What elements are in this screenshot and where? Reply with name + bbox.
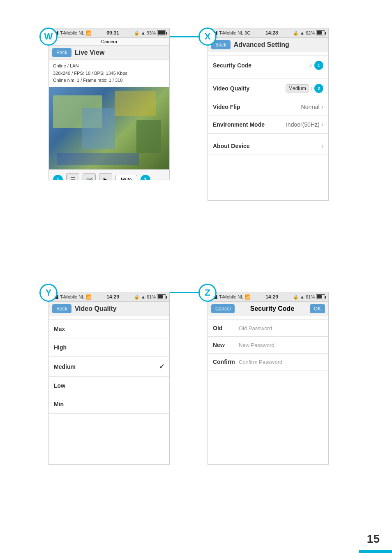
nav-title-w: Live View <box>75 49 105 56</box>
confirm-label: Confirm <box>213 359 235 365</box>
nav-bar-x: Back Advanced Setting <box>208 38 328 52</box>
signal2-z: ▲ <box>300 294 304 299</box>
num1-badge-x: 1 <box>314 61 323 70</box>
settings-icon-w[interactable]: ☰ <box>66 173 79 180</box>
status-right-x: 🔒 ▲ 62% <box>293 30 325 36</box>
live-video-w <box>49 87 169 169</box>
video-quality-val: Medium <box>286 84 309 93</box>
camera-icon-w[interactable]: 📷 <box>83 173 96 180</box>
signal2-w: ▲ <box>141 30 145 35</box>
status-left-x: T-Mobile NL 3G <box>211 30 251 35</box>
security-nav-z: Cancel Security Code OK <box>208 302 328 316</box>
video-quality-row[interactable]: Video Quality Medium › 2 <box>208 79 328 98</box>
carrier-z: T-Mobile NL <box>219 294 243 299</box>
quality-medium[interactable]: Medium ✓ <box>49 357 169 377</box>
em-chevron: › <box>321 121 323 128</box>
screen-w: T-Mobile NL 📶 09:31 🔒 ▲ 93% Camera Back … <box>48 28 170 180</box>
z-badge: Z <box>198 284 217 302</box>
env-mode-label: Environment Mode <box>213 121 265 128</box>
carrier-w: T-Mobile NL <box>60 30 84 35</box>
wifi-y: 📶 <box>86 294 92 300</box>
carrier-x: T-Mobile NL 3G <box>219 30 251 35</box>
lock-icon-x: 🔒 <box>293 30 299 36</box>
status-bar-z: T-Mobile NL 📶 14:29 🔒 ▲ 61% <box>208 292 328 302</box>
x-badge: X <box>198 28 217 46</box>
num2-badge-x: 2 <box>314 84 323 93</box>
back-button-w[interactable]: Back <box>52 48 71 57</box>
status-bar-x: T-Mobile NL 3G 14:28 🔒 ▲ 62% <box>208 28 328 38</box>
battery-pct-y: 61% <box>147 294 156 299</box>
nav-bar-w: Back Live View <box>49 46 169 60</box>
video-flip-row[interactable]: Video Flip Normal › <box>208 98 328 116</box>
battery-pct-x: 62% <box>306 30 315 35</box>
quality-min[interactable]: Min <box>49 395 169 414</box>
page-number-bar <box>359 550 392 553</box>
y-badge: Y <box>39 284 58 302</box>
security-code-label: Security Code <box>213 62 251 69</box>
lock-icon-y: 🔒 <box>134 294 140 300</box>
status-left-z: T-Mobile NL 📶 <box>211 294 251 300</box>
vq-chevron: › <box>311 85 313 92</box>
video-flip-label: Video Flip <box>213 104 240 110</box>
quality-max[interactable]: Max <box>49 319 169 338</box>
status-bar-w: T-Mobile NL 📶 09:31 🔒 ▲ 93% <box>49 28 169 38</box>
about-device-row[interactable]: About Device › <box>208 137 328 155</box>
checkmark-medium: ✓ <box>159 363 164 370</box>
camera-label-w: Camera <box>49 38 169 46</box>
signal2-x: ▲ <box>300 30 304 35</box>
carrier-y: T-Mobile NL <box>60 294 84 299</box>
screen-z: T-Mobile NL 📶 14:29 🔒 ▲ 61% Cancel Secur… <box>208 292 329 465</box>
bottom-controls-w: 1 ☰ 📷 ▶ Mute 2 <box>49 169 169 180</box>
new-label: New <box>213 342 235 348</box>
wifi-z: 📶 <box>245 294 251 300</box>
old-password-field[interactable]: Old Old Password <box>208 319 328 337</box>
info-w: Online / LAN 320x240 / FPS: 10 / BPS: 13… <box>49 60 169 87</box>
nav-title-z: Security Code <box>238 305 306 312</box>
battery-pct-w: 93% <box>147 30 156 35</box>
time-y: 14:29 <box>106 294 119 300</box>
back-button-y[interactable]: Back <box>52 304 71 313</box>
vf-chevron: › <box>321 103 323 111</box>
new-placeholder: New Password <box>239 342 274 348</box>
screen-x: T-Mobile NL 3G 14:28 🔒 ▲ 62% Back Advanc… <box>208 28 329 201</box>
signal2-y: ▲ <box>141 294 145 299</box>
video-flip-val: Normal <box>301 104 320 110</box>
play-icon-w[interactable]: ▶ <box>99 173 112 180</box>
env-mode-val: Indoor(50Hz) <box>286 121 320 128</box>
screen-y: T-Mobile NL 📶 14:29 🔒 ▲ 61% Back Video Q… <box>48 292 170 465</box>
status-right-w: 🔒 ▲ 93% <box>134 30 166 36</box>
about-device-label: About Device <box>213 143 249 149</box>
battery-pct-z: 61% <box>306 294 315 299</box>
lock-icon-z: 🔒 <box>293 294 299 300</box>
status-bar-y: T-Mobile NL 📶 14:29 🔒 ▲ 61% <box>49 292 169 302</box>
time-z: 14:29 <box>265 294 278 300</box>
time-w: 09:31 <box>106 30 119 36</box>
nav-bar-y: Back Video Quality <box>49 302 169 316</box>
confirm-placeholder: Confirm Password <box>239 359 282 365</box>
num1-badge-w: 1 <box>53 175 63 180</box>
cancel-button-z[interactable]: Cancel <box>211 304 235 313</box>
status-left-y: T-Mobile NL 📶 <box>52 294 92 300</box>
lock-icon-w: 🔒 <box>134 30 140 36</box>
mute-button-w[interactable]: Mute <box>115 175 137 180</box>
quality-low[interactable]: Low <box>49 377 169 395</box>
new-password-field[interactable]: New New Password <box>208 337 328 354</box>
security-code-row[interactable]: Security Code › 1 <box>208 56 328 75</box>
status-right-z: 🔒 ▲ 61% <box>293 294 325 300</box>
security-chevron: › <box>310 62 312 69</box>
num2-badge-w: 2 <box>141 175 150 180</box>
w-badge: W <box>39 28 58 46</box>
wifi-w: 📶 <box>86 30 92 36</box>
nav-title-y: Video Quality <box>75 305 117 312</box>
env-mode-row[interactable]: Environment Mode Indoor(50Hz) › <box>208 116 328 134</box>
confirm-password-field[interactable]: Confirm Confirm Password <box>208 354 328 370</box>
status-right-y: 🔒 ▲ 61% <box>134 294 166 300</box>
status-left-w: T-Mobile NL 📶 <box>52 30 92 36</box>
nav-title-x: Advanced Setting <box>234 41 289 49</box>
ok-button-z[interactable]: OK <box>310 304 325 313</box>
old-placeholder: Old Password <box>239 325 272 331</box>
ad-chevron: › <box>321 142 323 150</box>
page-number: 15 <box>367 532 380 546</box>
quality-high[interactable]: High <box>49 338 169 357</box>
time-x: 14:28 <box>265 30 278 36</box>
